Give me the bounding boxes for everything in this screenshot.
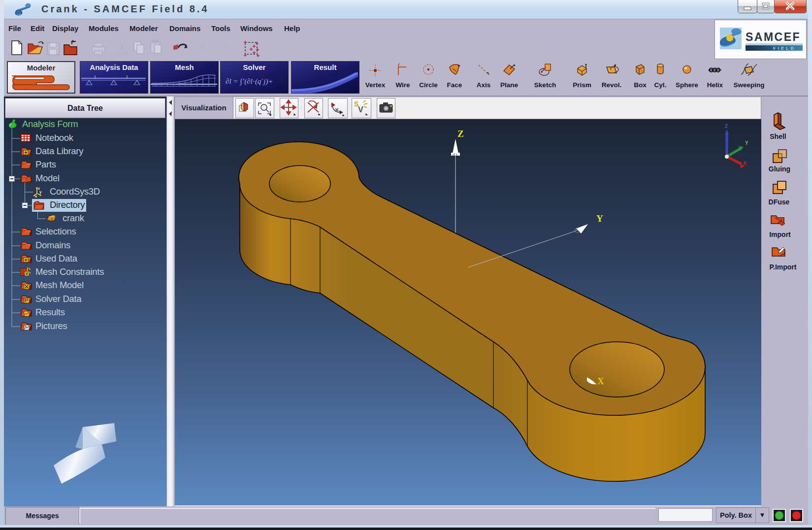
svg-text:y: y bbox=[39, 190, 42, 194]
svg-text:Y: Y bbox=[596, 213, 603, 224]
svg-text:X: X bbox=[597, 376, 604, 386]
svg-text:V: V bbox=[358, 105, 363, 114]
svg-text:X: X bbox=[743, 161, 747, 166]
svg-text:Y: Y bbox=[745, 140, 748, 146]
svg-text:x: x bbox=[35, 194, 37, 199]
svg-text:SAMCEF: SAMCEF bbox=[746, 31, 801, 43]
svg-text:FIELD: FIELD bbox=[773, 46, 796, 51]
svg-text:Z: Z bbox=[725, 124, 728, 129]
svg-text:Z: Z bbox=[457, 129, 464, 139]
